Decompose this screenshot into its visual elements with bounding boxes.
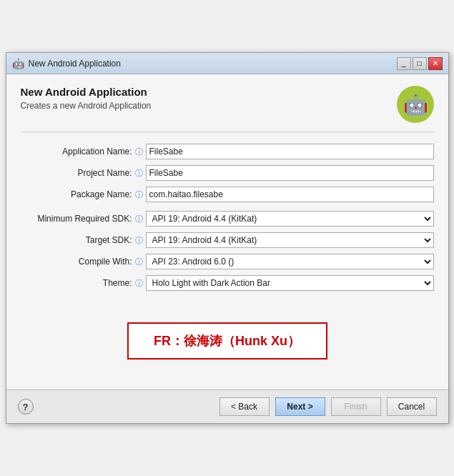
title-bar-left: 🤖 New Android Application bbox=[12, 58, 121, 69]
theme-select[interactable]: Holo Light with Dark Action Bar bbox=[146, 275, 434, 291]
title-bar: 🤖 New Android Application _ □ ✕ bbox=[6, 53, 448, 74]
main-window: 🤖 New Android Application _ □ ✕ New Andr… bbox=[6, 52, 449, 424]
target-sdk-info-icon[interactable]: ⓘ bbox=[135, 235, 143, 246]
svg-text:🤖: 🤖 bbox=[403, 93, 428, 116]
compile-with-label: Compile With: bbox=[21, 257, 135, 267]
project-name-info-icon[interactable]: ⓘ bbox=[135, 168, 143, 179]
back-button[interactable]: < Back bbox=[219, 397, 270, 416]
close-button[interactable]: ✕ bbox=[428, 57, 443, 70]
project-name-label: Project Name: bbox=[21, 168, 135, 178]
annotation-box: FR：徐海涛（Hunk Xu） bbox=[127, 322, 327, 360]
theme-label: Theme: bbox=[21, 278, 135, 288]
window-icon: 🤖 bbox=[12, 58, 24, 69]
project-name-row: Project Name: ⓘ bbox=[21, 165, 434, 181]
package-name-input[interactable] bbox=[146, 187, 434, 202]
page-header: New Android Application Creates a new An… bbox=[21, 86, 434, 123]
target-sdk-row: Target SDK: ⓘ API 19: Android 4.4 (KitKa… bbox=[21, 232, 434, 248]
bottom-left: ? bbox=[18, 399, 34, 415]
application-name-input[interactable] bbox=[146, 144, 434, 159]
min-sdk-select[interactable]: API 19: Android 4.4 (KitKat) bbox=[146, 211, 434, 227]
next-button[interactable]: Next > bbox=[275, 397, 325, 416]
android-logo: 🤖 bbox=[397, 86, 434, 123]
application-name-info-icon[interactable]: ⓘ bbox=[135, 147, 143, 157]
theme-row: Theme: ⓘ Holo Light with Dark Action Bar bbox=[21, 275, 434, 291]
bottom-bar: ? < Back Next > Finish Cancel bbox=[6, 390, 448, 423]
finish-button[interactable]: Finish bbox=[331, 397, 381, 416]
package-name-label: Package Name: bbox=[21, 189, 135, 199]
window-title: New Android Application bbox=[29, 59, 121, 69]
page-title: New Android Application bbox=[21, 86, 152, 98]
header-separator bbox=[21, 132, 434, 132]
minimize-button[interactable]: _ bbox=[397, 57, 411, 70]
application-name-label: Application Name: bbox=[21, 147, 135, 157]
help-button[interactable]: ? bbox=[18, 399, 34, 415]
title-bar-buttons: _ □ ✕ bbox=[397, 57, 443, 70]
min-sdk-label: Minimum Required SDK: bbox=[21, 214, 135, 224]
page-subtitle: Creates a new Android Application bbox=[21, 101, 152, 111]
project-name-input[interactable] bbox=[146, 165, 434, 181]
target-sdk-label: Target SDK: bbox=[21, 235, 135, 245]
maximize-button[interactable]: □ bbox=[413, 57, 427, 70]
package-name-info-icon[interactable]: ⓘ bbox=[135, 189, 143, 200]
compile-with-select[interactable]: API 23: Android 6.0 () bbox=[146, 254, 434, 269]
compile-with-info-icon[interactable]: ⓘ bbox=[135, 257, 143, 267]
form-section: Application Name: ⓘ Project Name: ⓘ Pack… bbox=[21, 144, 434, 291]
content-area: New Android Application Creates a new An… bbox=[6, 74, 448, 390]
package-name-row: Package Name: ⓘ bbox=[21, 187, 434, 202]
annotation-text: FR：徐海涛（Hunk Xu） bbox=[154, 334, 300, 348]
bottom-buttons: < Back Next > Finish Cancel bbox=[219, 397, 437, 416]
target-sdk-select[interactable]: API 19: Android 4.4 (KitKat) bbox=[146, 232, 434, 248]
min-sdk-info-icon[interactable]: ⓘ bbox=[135, 214, 143, 224]
cancel-button[interactable]: Cancel bbox=[387, 397, 437, 416]
application-name-row: Application Name: ⓘ bbox=[21, 144, 434, 159]
theme-info-icon[interactable]: ⓘ bbox=[135, 278, 143, 289]
compile-with-row: Compile With: ⓘ API 23: Android 6.0 () bbox=[21, 254, 434, 269]
min-sdk-row: Minimum Required SDK: ⓘ API 19: Android … bbox=[21, 211, 434, 227]
page-header-text: New Android Application Creates a new An… bbox=[21, 86, 152, 111]
